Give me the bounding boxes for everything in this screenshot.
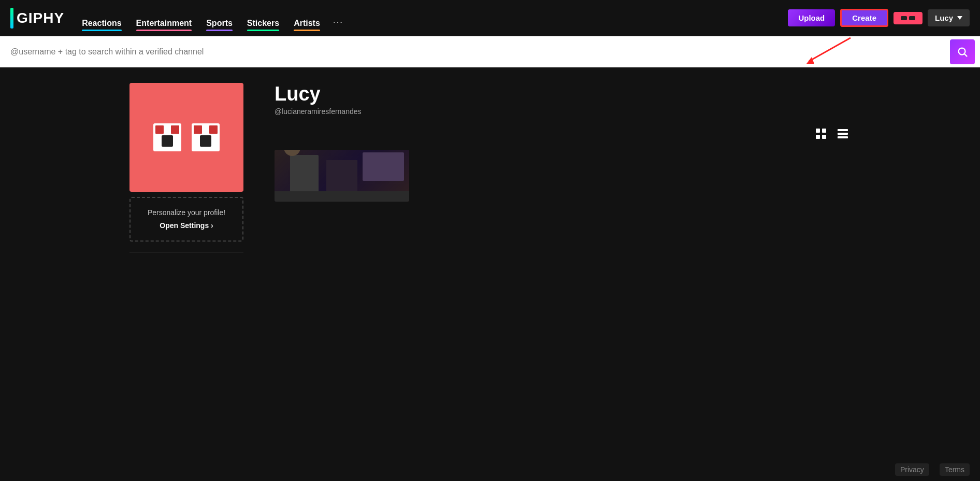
grid-view-icon — [815, 128, 827, 139]
footer: Privacy Terms — [885, 458, 980, 481]
svg-rect-10 — [838, 136, 848, 138]
user-menu-button[interactable]: Lucy — [928, 9, 970, 26]
privacy-link[interactable]: Privacy — [895, 463, 929, 476]
list-view-icon — [837, 128, 848, 139]
grid-view-button[interactable] — [813, 126, 829, 142]
create-button[interactable]: Create — [840, 9, 888, 27]
svg-rect-6 — [816, 135, 820, 139]
personalize-profile-box: Personalize your profile! Open Settings — [129, 197, 243, 242]
nav-item-artists[interactable]: Artists — [286, 5, 327, 31]
gif-thumbnail — [275, 150, 409, 202]
svg-rect-4 — [816, 129, 820, 133]
nav-item-entertainment[interactable]: Entertainment — [129, 5, 199, 31]
profile-header: Lucy @lucianeramiresfernandes — [275, 83, 851, 116]
search-button[interactable] — [950, 39, 975, 64]
svg-rect-5 — [822, 129, 826, 133]
gif-grid — [275, 150, 851, 202]
avatar-pixel-art — [153, 123, 220, 151]
profile-sidebar: Personalize your profile! Open Settings — [129, 83, 243, 252]
search-icon — [957, 46, 968, 58]
gif-item[interactable] — [275, 150, 409, 202]
logo-accent — [10, 8, 13, 29]
nav-more-button[interactable]: ⋯ — [327, 5, 348, 31]
nav-item-sports[interactable]: Sports — [199, 5, 240, 31]
profile-name: Lucy — [275, 83, 851, 105]
svg-rect-7 — [822, 135, 826, 139]
nav-actions: Upload Create Lucy — [788, 9, 970, 27]
header: GIPHY Reactions Entertainment Sports Sti… — [0, 0, 980, 36]
logo: GIPHY — [10, 8, 64, 29]
svg-point-2 — [959, 48, 965, 55]
svg-line-3 — [964, 54, 967, 56]
profile-username: @lucianeramiresfernandes — [275, 107, 851, 116]
svg-rect-9 — [838, 133, 848, 135]
main-nav: Reactions Entertainment Sports Stickers … — [75, 5, 788, 31]
svg-rect-8 — [838, 129, 848, 131]
open-settings-link[interactable]: Open Settings — [160, 221, 213, 230]
svg-marker-1 — [806, 57, 814, 64]
list-view-button[interactable] — [835, 126, 851, 142]
more-dots-icon: ⋯ — [333, 16, 343, 28]
search-bar — [0, 36, 980, 67]
logo-text[interactable]: GIPHY — [17, 10, 64, 26]
avatar — [129, 83, 243, 192]
search-input[interactable] — [5, 47, 950, 56]
main-content: Personalize your profile! Open Settings … — [0, 67, 980, 268]
profile-content: Lucy @lucianeramiresfernandes — [275, 83, 851, 252]
chevron-down-icon — [957, 16, 962, 20]
view-controls — [275, 126, 851, 142]
nav-item-stickers[interactable]: Stickers — [240, 5, 286, 31]
sidebar-divider — [129, 252, 243, 252]
personalize-title: Personalize your profile! — [141, 208, 232, 217]
eyes-button[interactable] — [893, 12, 923, 24]
terms-link[interactable]: Terms — [940, 463, 970, 476]
nav-item-reactions[interactable]: Reactions — [75, 5, 128, 31]
upload-button[interactable]: Upload — [788, 9, 835, 26]
user-name-label: Lucy — [935, 13, 953, 22]
eye-left-icon — [901, 16, 907, 20]
eye-right-icon — [909, 16, 915, 20]
